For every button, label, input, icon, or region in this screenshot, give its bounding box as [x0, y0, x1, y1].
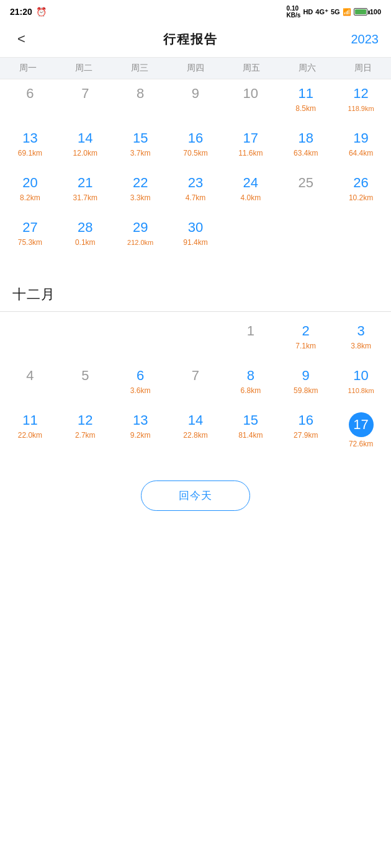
day-cell[interactable]: 1964.4km [333, 124, 389, 169]
distance-label: 72.6km [349, 440, 373, 450]
day-cell[interactable]: 7 [168, 361, 223, 406]
day-cell[interactable]: 12118.9km [333, 79, 389, 124]
day-cell[interactable]: 122.7km [58, 406, 113, 456]
distance-label: 64.4km [349, 149, 373, 159]
november-section: 678910118.5km12118.9km1369.1km1412.0km15… [0, 79, 391, 270]
day-cell[interactable]: 63.6km [113, 361, 168, 406]
day-cell [278, 213, 333, 258]
weekdays-header: 周一 周二 周三 周四 周五 周六 周日 [0, 57, 391, 79]
day-cell[interactable]: 8 [113, 79, 168, 124]
day-cell [168, 317, 223, 361]
weekday-thu: 周四 [168, 63, 223, 74]
weekday-mon: 周一 [0, 63, 56, 74]
signal-4g: 4G⁺ [315, 8, 328, 16]
day-cell [113, 317, 168, 361]
day-cell[interactable]: 9 [168, 79, 223, 124]
day-cell[interactable]: 4 [2, 361, 58, 406]
year-display: 2023 [351, 32, 379, 46]
distance-label: 22.8km [183, 431, 207, 441]
day-cell[interactable]: 1863.4km [278, 124, 333, 169]
time-display: 21:20 [10, 7, 32, 17]
distance-label: 3.8km [351, 342, 371, 352]
header: < 行程报告 2023 [0, 21, 391, 57]
distance-label: 31.7km [73, 193, 97, 203]
day-cell[interactable]: 153.7km [113, 124, 168, 169]
status-left: 21:20 ⏰ [10, 7, 47, 17]
day-cell[interactable]: 3091.4km [168, 213, 223, 258]
november-grid: 678910118.5km12118.9km1369.1km1412.0km15… [0, 79, 391, 258]
distance-label: 6.8km [241, 386, 261, 396]
distance-label: 59.8km [294, 386, 318, 396]
distance-label: 81.4km [238, 431, 263, 441]
day-cell[interactable]: 2775.3km [2, 213, 58, 258]
distance-label: 8.5km [295, 104, 316, 114]
day-cell[interactable]: 2610.2km [333, 169, 389, 213]
distance-label: 3.6km [130, 386, 151, 396]
day-cell[interactable]: 1670.5km [168, 124, 223, 169]
day-cell[interactable]: 139.2km [113, 406, 168, 456]
day-cell[interactable]: 1 [223, 317, 278, 361]
distance-label: 3.3km [130, 193, 151, 203]
distance-label: 91.4km [183, 238, 207, 248]
weekday-sat: 周六 [279, 63, 335, 74]
distance-label: 8.2km [20, 193, 40, 203]
day-cell[interactable]: 10110.8km [333, 361, 389, 406]
day-cell[interactable]: 118.5km [278, 79, 333, 124]
weekday-sun: 周日 [335, 63, 391, 74]
day-cell [2, 317, 58, 361]
network-info: 0.10KB/s [287, 5, 301, 19]
distance-label: 63.4km [294, 149, 318, 159]
day-cell[interactable]: 223.3km [113, 169, 168, 213]
day-cell[interactable]: 5 [58, 361, 113, 406]
day-cell[interactable]: 1581.4km [223, 406, 278, 456]
distance-label: 0.1km [75, 238, 96, 248]
day-cell[interactable]: 6 [2, 79, 58, 124]
day-cell[interactable]: 1772.6km [333, 406, 389, 456]
status-bar: 21:20 ⏰ 0.10KB/s HD 4G⁺ 5G 📶 100 [0, 0, 391, 21]
distance-label: 12.0km [73, 149, 97, 159]
go-today-button[interactable]: 回今天 [141, 480, 250, 511]
distance-label: 118.9km [348, 104, 374, 113]
battery-icon [354, 8, 367, 16]
signal-5g: 5G [331, 8, 340, 16]
day-cell[interactable]: 1711.6km [223, 124, 278, 169]
day-cell[interactable]: 959.8km [278, 361, 333, 406]
distance-label: 2.7km [75, 431, 96, 441]
day-cell[interactable]: 1412.0km [58, 124, 113, 169]
distance-label: 75.3km [18, 238, 42, 248]
day-cell[interactable]: 27.1km [278, 317, 333, 361]
day-cell [223, 213, 278, 258]
day-cell[interactable]: 10 [223, 79, 278, 124]
day-cell[interactable]: 2131.7km [58, 169, 113, 213]
back-button[interactable]: < [12, 29, 30, 50]
weekday-fri: 周五 [223, 63, 279, 74]
weekday-tue: 周二 [56, 63, 112, 74]
day-cell[interactable]: 25 [278, 169, 333, 213]
day-cell[interactable]: 234.7km [168, 169, 223, 213]
day-cell[interactable]: 33.8km [333, 317, 389, 361]
day-cell[interactable]: 1422.8km [168, 406, 223, 456]
day-cell[interactable]: 280.1km [58, 213, 113, 258]
day-cell[interactable]: 29212.0km [113, 213, 168, 258]
battery-level: 100 [370, 8, 381, 16]
distance-label: 212.0km [127, 238, 153, 247]
distance-label: 4.0km [241, 193, 261, 203]
day-cell [333, 213, 389, 258]
december-divider [0, 311, 391, 312]
distance-label: 4.7km [186, 193, 206, 203]
day-cell[interactable]: 244.0km [223, 169, 278, 213]
page-title: 行程报告 [163, 31, 218, 48]
day-cell[interactable]: 1627.9km [278, 406, 333, 456]
distance-label: 110.8km [348, 386, 374, 395]
day-cell [58, 317, 113, 361]
distance-label: 22.0km [18, 431, 42, 441]
distance-label: 10.2km [349, 193, 373, 203]
day-cell[interactable]: 208.2km [2, 169, 58, 213]
day-cell[interactable]: 1122.0km [2, 406, 58, 456]
distance-label: 27.9km [294, 431, 318, 441]
distance-label: 9.2km [130, 431, 151, 441]
day-cell[interactable]: 86.8km [223, 361, 278, 406]
hd-icon: HD [303, 8, 313, 16]
day-cell[interactable]: 1369.1km [2, 124, 58, 169]
day-cell[interactable]: 7 [58, 79, 113, 124]
